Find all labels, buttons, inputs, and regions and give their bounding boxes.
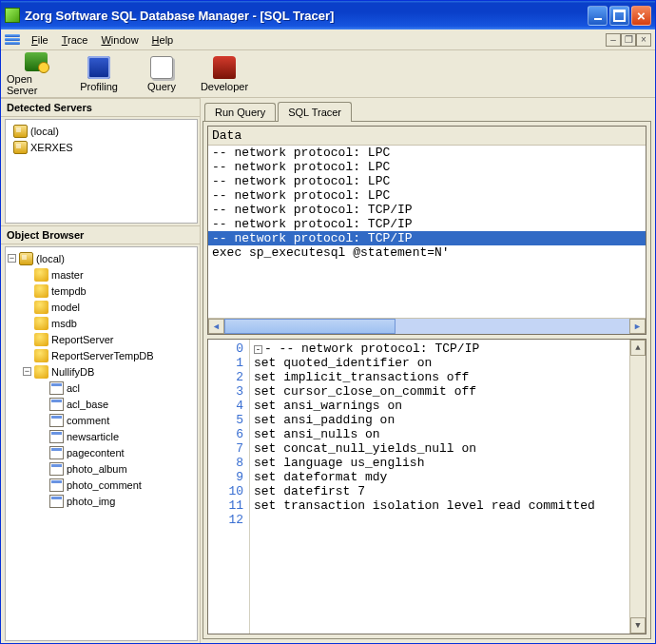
mdi-restore-button[interactable]: ❐	[621, 33, 636, 47]
tree-db[interactable]: model	[8, 299, 195, 315]
query-button[interactable]: Query	[132, 52, 191, 96]
tree-db-open[interactable]: NullifyDB	[8, 363, 195, 380]
data-row[interactable]: -- network protocol: LPC	[208, 188, 646, 203]
line-number: 1	[210, 356, 243, 370]
tree-toggle[interactable]	[23, 367, 31, 376]
tree-table[interactable]: newsarticle	[8, 428, 195, 444]
tree-label: tempdb	[51, 285, 87, 297]
tab-run-query[interactable]: Run Query	[204, 103, 276, 121]
tree-table-icon	[49, 495, 64, 508]
tree-label: acl_base	[67, 399, 108, 410]
code-line: set dateformat mdy	[254, 470, 626, 484]
data-row[interactable]: -- network protocol: LPC	[208, 160, 646, 174]
server-icon	[13, 141, 28, 154]
line-number: 7	[210, 441, 243, 456]
scroll-right-button[interactable]: ►	[629, 319, 646, 334]
data-row[interactable]: -- network protocol: TCP/IP	[208, 231, 646, 245]
open-server-label: Open Server	[7, 73, 66, 96]
tree-toggle[interactable]	[8, 254, 16, 263]
tree-root[interactable]: (local)	[8, 250, 195, 266]
tree-db[interactable]: ReportServerTempDB	[8, 347, 195, 363]
v-scroll-track[interactable]	[630, 356, 646, 617]
line-number: 10	[210, 484, 243, 498]
profiling-button[interactable]: Profiling	[69, 52, 128, 96]
maximize-button[interactable]	[609, 6, 629, 26]
tree-table-icon	[49, 478, 64, 492]
line-number: 5	[210, 413, 243, 427]
data-row[interactable]: exec sp_executesql @statement=N'	[208, 245, 646, 260]
tree-db[interactable]: master	[8, 266, 195, 283]
menu-file[interactable]: File	[26, 32, 54, 48]
tree-db-icon	[34, 317, 48, 330]
tree-db[interactable]: ReportServer	[8, 331, 195, 347]
tree-label: ReportServerTempDB	[51, 350, 154, 361]
tree-label: comment	[67, 415, 109, 426]
scroll-left-button[interactable]: ◄	[208, 319, 224, 334]
tree-table[interactable]: acl	[8, 380, 195, 396]
tree-table[interactable]: photo_comment	[8, 477, 195, 493]
menu-help[interactable]: Help	[146, 32, 180, 48]
code-line: set datefirst 7	[254, 484, 626, 498]
scroll-track[interactable]	[224, 319, 629, 334]
line-number: 0	[210, 342, 243, 356]
scroll-up-button[interactable]: ▲	[630, 340, 646, 356]
tab-sql-tracer-label: SQL Tracer	[288, 107, 341, 118]
data-rows[interactable]: -- network protocol: LPC-- network proto…	[208, 146, 646, 318]
tree-table-icon	[49, 414, 64, 427]
menu-trace[interactable]: Trace	[56, 32, 94, 48]
tree-table[interactable]: photo_img	[8, 493, 195, 509]
tree-table[interactable]: pagecontent	[8, 444, 195, 460]
fold-icon[interactable]: -	[254, 345, 262, 354]
open-server-button[interactable]: Open Server	[7, 52, 66, 96]
tree-label: photo_img	[67, 496, 115, 507]
data-row[interactable]: -- network protocol: LPC	[208, 146, 646, 160]
tree-label: pagecontent	[67, 447, 125, 459]
scroll-thumb[interactable]	[224, 319, 396, 334]
data-row[interactable]: -- network protocol: TCP/IP	[208, 217, 646, 231]
detected-server-item[interactable]: (local)	[8, 123, 195, 139]
line-number: 6	[210, 427, 243, 441]
tree-db[interactable]: msdb	[8, 315, 195, 331]
mdi-minimize-button[interactable]: –	[606, 33, 621, 47]
line-number: 11	[210, 498, 243, 513]
tree-table-icon	[49, 398, 64, 411]
profiling-label: Profiling	[80, 81, 118, 92]
line-gutter: 0123456789101112	[208, 340, 250, 634]
code-line: set ansi_nulls on	[254, 427, 626, 441]
code-body[interactable]: -- -- network protocol: TCP/IPset quoted…	[250, 340, 629, 634]
tree-db[interactable]: tempdb	[8, 283, 195, 299]
scroll-down-button[interactable]: ▼	[630, 617, 646, 634]
tree-table[interactable]: acl_base	[8, 396, 195, 412]
data-row[interactable]: -- network protocol: TCP/IP	[208, 203, 646, 217]
object-browser-panel: (local)mastertempdbmodelmsdbReportServer…	[5, 246, 198, 641]
v-scrollbar[interactable]: ▲ ▼	[629, 340, 646, 634]
titlebar: Zorg Software SQL Database Manager - [SQ…	[1, 1, 655, 29]
developer-button[interactable]: Developer	[195, 52, 254, 96]
tree-root-icon	[19, 252, 33, 265]
h-scrollbar[interactable]: ◄ ►	[208, 318, 646, 334]
detected-server-item[interactable]: XERXES	[8, 139, 195, 155]
tab-sql-tracer[interactable]: SQL Tracer	[278, 102, 352, 122]
tree-label: ReportServer	[51, 334, 113, 345]
tree-label: acl	[67, 382, 80, 394]
code-line: set quoted_identifier on	[254, 356, 626, 370]
mdi-close-button[interactable]: ×	[636, 33, 651, 47]
code-line: set cursor_close_on_commit off	[254, 384, 626, 399]
tree-label: photo_album	[67, 463, 127, 475]
code-line: set language us_english	[254, 456, 626, 470]
close-button[interactable]	[631, 6, 651, 26]
data-row[interactable]: -- network protocol: LPC	[208, 174, 646, 188]
tree-db-icon	[34, 284, 48, 298]
mdi-doc-icon	[5, 32, 20, 48]
menu-window[interactable]: Window	[95, 32, 144, 48]
window-title: Zorg Software SQL Database Manager - [SQ…	[25, 9, 588, 23]
data-pane: Data -- network protocol: LPC-- network …	[207, 126, 646, 335]
minimize-button[interactable]	[588, 6, 608, 26]
tree-db-icon	[34, 349, 48, 362]
tree-table[interactable]: photo_album	[8, 460, 195, 477]
tree-db-icon	[34, 301, 48, 314]
server-icon	[25, 52, 48, 71]
tree-table[interactable]: comment	[8, 412, 195, 428]
tree-db-open-icon	[34, 365, 48, 379]
server-label: XERXES	[30, 142, 73, 153]
